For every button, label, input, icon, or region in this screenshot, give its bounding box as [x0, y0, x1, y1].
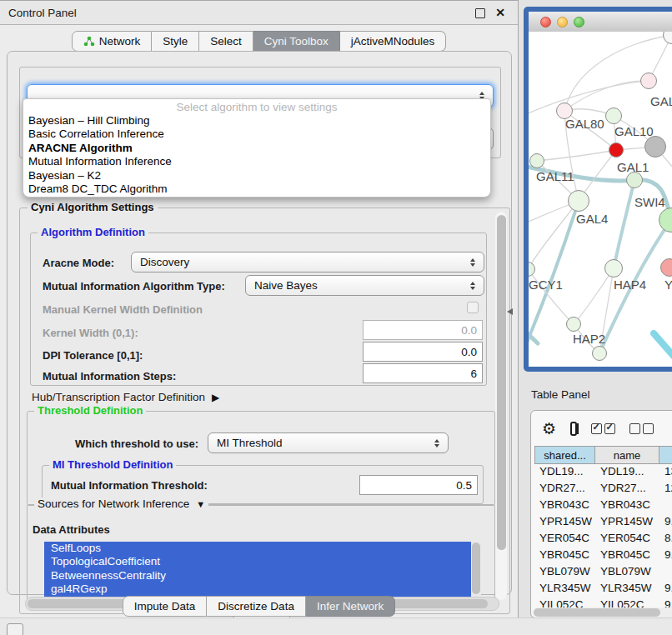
table-hscroll-thumb[interactable] — [534, 608, 660, 617]
minimize-traffic-light-icon[interactable] — [557, 17, 568, 28]
column-header-col2[interactable] — [659, 446, 672, 464]
node-gal4[interactable] — [568, 190, 589, 212]
node-gray[interactable] — [644, 136, 666, 158]
mi-threshold-field[interactable]: 0.5 — [359, 475, 478, 495]
which-threshold-combo[interactable]: MI Threshold — [208, 432, 449, 453]
node-bottom[interactable] — [592, 346, 607, 361]
mi-steps-field[interactable]: 6 — [363, 363, 483, 383]
gear-icon[interactable]: ⚙ — [542, 421, 556, 437]
tab-network[interactable]: Network — [72, 31, 153, 52]
data-attributes-list: SelfLoopsTopologicalCoefficientBetweenne… — [44, 542, 481, 597]
network-icon — [83, 36, 95, 47]
algorithm-definition-title: Algorithm Definition — [38, 226, 148, 238]
node-mid-green[interactable] — [626, 172, 643, 188]
table-horizontal-scrollbar[interactable] — [533, 608, 672, 618]
node-gal1[interactable] — [609, 142, 624, 158]
node-gal11[interactable] — [529, 153, 544, 168]
table-panel-title: Table Panel — [531, 388, 590, 401]
window-title: Control Panel — [8, 7, 77, 19]
table-row[interactable]: YBR045CYBR045C9. — [534, 546, 672, 562]
tab-style[interactable]: Style — [152, 31, 199, 52]
top-tab-bar: NetworkStyleSelectCyni ToolboxjActiveMNo… — [0, 31, 518, 52]
sources-title[interactable]: Sources for Network Inference ▼ — [34, 498, 208, 510]
node-hap2[interactable] — [566, 317, 581, 332]
algorithm-option-bayesian-hill-climbing[interactable]: Bayesian – Hill Climbing — [23, 114, 490, 128]
node-gal10[interactable] — [605, 108, 622, 124]
aracne-mode-value: Discovery — [140, 256, 189, 268]
table-cell: 9. — [659, 512, 672, 529]
table-cell: YPR145W — [595, 512, 659, 529]
threshold-definition-title: Threshold Definition — [34, 404, 146, 417]
checked-boxes-icon[interactable] — [591, 423, 615, 434]
algorithm-option-dream8-dc-tdc-algorithm[interactable]: Dream8 DC_TDC Algorithm — [23, 182, 490, 196]
float-icon[interactable] — [475, 8, 485, 18]
tab-label: jActiveMNodules — [351, 35, 435, 48]
corner-button[interactable] — [7, 623, 23, 635]
tab-infer-network[interactable]: Infer Network — [306, 596, 395, 617]
expand-arrow-icon[interactable]: ▶ — [212, 392, 219, 403]
attribute-item-betweennesscentrality[interactable]: BetweennessCentrality — [44, 569, 481, 582]
manual-kernel-checkbox[interactable] — [467, 302, 479, 313]
node-label-gal11: GAL11 — [536, 169, 574, 183]
table-row[interactable]: YLR345WYLR345W9. — [534, 579, 672, 596]
node-label-y: Y — [664, 278, 672, 292]
zoom-traffic-light-icon[interactable] — [574, 17, 584, 28]
algorithm-option-mutual-information-inference[interactable]: Mutual Information Inference — [23, 155, 490, 168]
node-hap4[interactable] — [604, 259, 623, 278]
column-header-shared[interactable]: shared... — [534, 446, 595, 464]
close-icon[interactable]: ✕ — [495, 6, 505, 19]
collapse-arrow-icon[interactable]: ▼ — [196, 499, 205, 509]
algorithm-option-aracne-algorithm[interactable]: ARACNE Algorithm — [23, 142, 490, 155]
attribute-item-gal4rgexp[interactable]: gal4RGexp — [44, 582, 481, 596]
settings-vscroll-thumb[interactable] — [497, 215, 506, 550]
dpi-tolerance-field[interactable]: 0.0 — [363, 342, 483, 362]
table-row[interactable]: YDL19...YDL19...13 — [534, 462, 672, 479]
settings-vertical-scrollbar[interactable] — [495, 212, 507, 600]
hub-definition-toggle[interactable]: Hub/Transcription Factor Definition ▶ — [32, 391, 219, 403]
mi-type-label: Mutual Information Algorithm Type: — [43, 280, 225, 292]
tab-jactivemnodules[interactable]: jActiveMNodules — [340, 31, 447, 52]
table-cell: YER054C — [534, 529, 595, 546]
node-gal-pink[interactable] — [640, 72, 657, 89]
table-row[interactable]: YER054CYER054C8. — [534, 529, 672, 546]
algorithm-definition-group: Algorithm Definition Aracne Mode: Discov… — [30, 232, 487, 386]
table-row[interactable]: YBL079WYBL079W — [534, 562, 672, 579]
kernel-width-field[interactable]: 0.0 — [363, 320, 483, 340]
attribute-item-topologicalcoefficient[interactable]: TopologicalCoefficient — [44, 555, 481, 568]
table-row[interactable]: YBR043CYBR043C — [534, 496, 672, 512]
table-cell: 13 — [659, 462, 672, 479]
mi-type-combo[interactable]: Naive Bayes — [245, 275, 484, 296]
dropdown-placeholder: Select algorithm to view settings — [23, 101, 490, 114]
column-header-name[interactable]: name — [595, 446, 659, 464]
tab-cyni-toolbox[interactable]: Cyni Toolbox — [253, 31, 340, 52]
data-attributes-label: Data Attributes — [33, 523, 110, 536]
screen: Control Panel ✕ NetworkStyleSelectCyni T… — [0, 0, 672, 635]
unchecked-boxes-icon[interactable] — [629, 423, 654, 434]
table-row[interactable]: YDR27...YDR27...12 — [534, 479, 672, 496]
tab-impute-data[interactable]: Impute Data — [123, 596, 208, 617]
attributes-scrollbar[interactable] — [471, 542, 481, 597]
algorithm-option-bayesian-k2[interactable]: Bayesian – K2 — [23, 169, 490, 182]
control-panel-window: Control Panel ✕ NetworkStyleSelectCyni T… — [0, 0, 519, 618]
table-row[interactable]: YPR145WYPR145W9. — [534, 512, 672, 529]
table-cell: 9. — [659, 579, 672, 596]
columns-icon[interactable] — [570, 422, 577, 436]
mi-threshold-label: Mutual Information Threshold: — [51, 479, 208, 492]
node-label-swi4: SWI4 — [634, 195, 665, 209]
tab-discretize-data[interactable]: Discretize Data — [207, 596, 306, 617]
table-cell — [659, 562, 672, 579]
close-traffic-light-icon[interactable] — [540, 17, 551, 28]
attribute-item-selfloops[interactable]: SelfLoops — [44, 542, 481, 555]
mi-threshold-value: 0.5 — [456, 479, 472, 492]
table-cell: YDR27... — [595, 479, 659, 496]
algorithm-option-basic-correlation-inference[interactable]: Basic Correlation Inference — [23, 128, 490, 141]
which-threshold-value: MI Threshold — [217, 437, 283, 449]
table-cell: YBL079W — [534, 562, 595, 579]
network-canvas[interactable]: GALGAL80GAL10GAL1GAL11SWI4GAL4GCY1HAP4YH… — [529, 32, 672, 367]
aracne-mode-combo[interactable]: Discovery — [131, 252, 484, 272]
network-edge — [537, 150, 616, 161]
network-window-titlebar[interactable] — [529, 12, 672, 32]
attributes-scrollbar-thumb[interactable] — [472, 542, 480, 594]
tab-select[interactable]: Select — [199, 31, 253, 52]
mi-type-value: Naive Bayes — [254, 279, 318, 292]
